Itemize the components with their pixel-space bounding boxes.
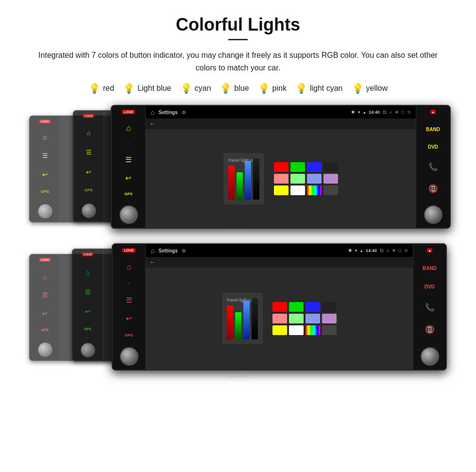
bot-nav-home-icon: ⌂: [151, 247, 154, 254]
bar-dark: [253, 158, 259, 200]
bot-cell-red[interactable]: [272, 302, 287, 312]
cell-green[interactable]: [290, 162, 305, 172]
bot-cell-gray[interactable]: [322, 325, 337, 335]
bot-color-grid: [272, 302, 337, 335]
bot-b1-loud: LOUD: [82, 253, 93, 256]
bot-bar-blue: [243, 301, 250, 339]
front-menu-icon: ☰: [125, 155, 132, 164]
bot-cell-purple[interactable]: [322, 314, 337, 323]
phone-icon: 📞: [428, 162, 438, 171]
cell-lightgreen[interactable]: [290, 174, 305, 184]
color-item-yellow: 💡 yellow: [352, 83, 388, 94]
page-container: Colorful Lights Integrated with 7 colors…: [0, 0, 476, 396]
back2-gps-icon: GPS: [41, 189, 49, 194]
color-label-red: red: [103, 84, 114, 93]
cell-white[interactable]: [290, 185, 305, 195]
color-item-lightcyan: 💡 light cyan: [295, 83, 343, 94]
bot-bar-dark: [252, 298, 258, 339]
color-item-red: 💡 red: [88, 83, 114, 94]
cell-purple[interactable]: [323, 174, 338, 184]
bot-up-arrow: ▲: [427, 248, 432, 253]
blue-bulb-icon: 💡: [220, 83, 232, 94]
cell-gray[interactable]: [323, 185, 338, 195]
bot-b1-gps: GPS: [84, 327, 91, 331]
bot-color-bars: [227, 305, 258, 339]
front-gps-label: GPS: [124, 192, 133, 196]
color-bars: [228, 166, 259, 200]
bot-front-left-panel: LOUD ⌂ ← ☰ ↩ GPS: [113, 244, 146, 370]
bot-b2-home-icon: ⌂: [43, 273, 47, 281]
bar-red: [228, 166, 235, 200]
front-right-knob: [424, 205, 442, 224]
color-grid-panel: [274, 162, 338, 195]
yellow-bulb-icon: 💡: [352, 83, 364, 94]
back2-home-icon: ⌂: [43, 133, 47, 142]
color-label-blue: blue: [234, 84, 249, 93]
front-screen: ⌂ Settings ⚙ ✱ ▾ ▴ 14:40 ⊡ ♪ ✕ □ ⊃: [146, 106, 416, 228]
front-home-icon: ⌂: [126, 124, 131, 133]
bot-b2-knob: [38, 342, 52, 357]
bot-cell-rainbow[interactable]: [306, 325, 320, 335]
bot-hangup-icon: 📵: [425, 325, 435, 334]
bot-right-knob: [421, 347, 439, 366]
screen-main-content: Panel light color: [146, 129, 416, 228]
back1-back-icon: ↩: [86, 168, 91, 177]
bot-cell-yellow[interactable]: [272, 325, 287, 335]
bot-b2-back-icon: ↩: [42, 310, 48, 317]
nav-left: ⌂ Settings ⚙: [151, 108, 186, 116]
bot-screen-back-arrow[interactable]: ←: [146, 257, 413, 268]
nav-back-icon: ⊃: [407, 110, 411, 115]
bot-cell-lightred[interactable]: [272, 314, 287, 323]
lightblue-bulb-icon: 💡: [123, 83, 135, 94]
back1-home-icon: ⌂: [87, 129, 91, 137]
back2-menu-icon: ☰: [42, 152, 48, 160]
front-left-panel: LOUD ⌂ ← ☰ ↩ GPS: [112, 106, 146, 228]
loud-badge-top: LOUD: [122, 110, 136, 114]
cell-lightred[interactable]: [274, 174, 289, 184]
bot-phone-icon: 📞: [425, 303, 435, 312]
color-item-lightblue: 💡 Light blue: [123, 83, 171, 94]
bot-cell-green[interactable]: [289, 302, 304, 312]
device-front: LOUD ⌂ ← ☰ ↩ GPS ⌂ Settings ⚙: [111, 105, 451, 229]
bot-cell-dark[interactable]: [322, 302, 337, 312]
cell-rainbow[interactable]: [307, 185, 322, 195]
bot-bt-icon: ✱: [348, 248, 352, 253]
bot-back2-left: LOUD ⌂ ☰ ↩ GPS: [30, 255, 60, 360]
title-divider: [228, 39, 248, 40]
front-right-panel: ▲ BAND DVD 📞 📵: [416, 106, 450, 228]
bot-vol-icon: ♪: [387, 248, 389, 253]
screen-back-arrow[interactable]: ←: [146, 118, 416, 129]
cell-yellow[interactable]: [274, 185, 289, 195]
bot-cell-lightgreen[interactable]: [289, 314, 304, 323]
dvd-label: DVD: [428, 144, 438, 150]
bot-cell-white[interactable]: [289, 325, 304, 335]
bot-signal-icon: ▴: [360, 248, 363, 253]
watermark-bottom: Seicane: [227, 371, 250, 379]
bot-nav-left: ⌂ Settings ⚙: [151, 247, 186, 254]
cell-dark[interactable]: [323, 162, 338, 172]
color-item-cyan: 💡 cyan: [180, 83, 211, 94]
back2-knob: [38, 204, 52, 219]
bot-nav-back-icon: ⊃: [404, 248, 408, 253]
back1-knob: [82, 203, 96, 218]
bot-wifi-icon: ▾: [355, 248, 357, 253]
top-device-row: LOUD ⌂ ☰ ↩ GPS LOUD ⌂ ☰ ↩ GPS: [29, 105, 447, 238]
bot-time-display: 14:40: [366, 248, 377, 253]
cell-blue[interactable]: [307, 162, 322, 172]
bot-cell-lightblue[interactable]: [306, 314, 320, 323]
bot-cell-blue[interactable]: [306, 302, 320, 312]
color-picker-panel: Panel light color: [223, 153, 264, 204]
cell-lightblue2[interactable]: [307, 174, 322, 184]
screen-nav-bar: ⌂ Settings ⚙ ✱ ▾ ▴ 14:40 ⊡ ♪ ✕ □ ⊃: [146, 106, 416, 118]
cell-red[interactable]: [274, 162, 289, 172]
bottom-device-row: LOUD ⌂ ☰ ↩ GPS LOUD ⌂ ☰ ↩ GPS: [29, 243, 447, 382]
bot-left-knob: [120, 347, 138, 366]
bot-band-label: BAND: [423, 266, 437, 271]
color-label-pink: pink: [272, 84, 287, 93]
screen-title: Settings: [158, 110, 177, 115]
bot-home-icon: ⌂: [127, 263, 132, 271]
pink-bulb-icon: 💡: [258, 83, 270, 94]
lightcyan-bulb-icon: 💡: [295, 83, 307, 94]
color-item-blue: 💡 blue: [220, 83, 249, 94]
color-list: 💡 red 💡 Light blue 💡 cyan 💡 blue 💡 pink …: [19, 83, 457, 94]
